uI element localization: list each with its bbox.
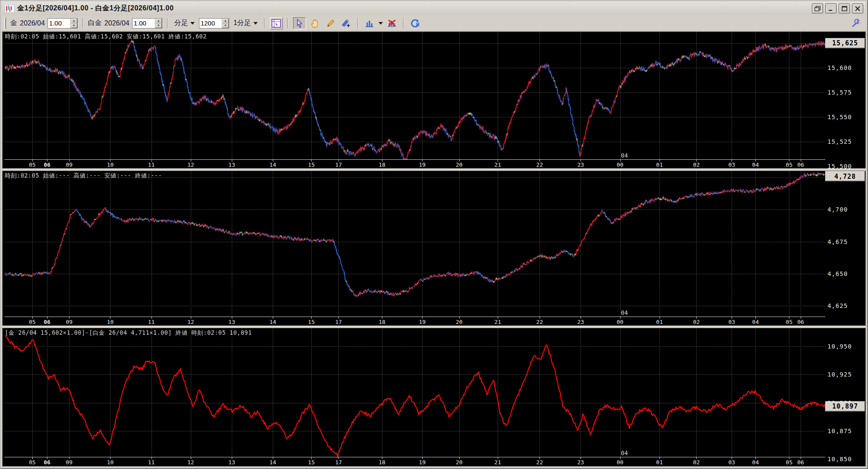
interval-dropdown[interactable]: 1分足 bbox=[232, 18, 259, 29]
platinum-multiplier-input[interactable] bbox=[133, 19, 155, 28]
marker-crosshair-icon bbox=[341, 19, 351, 28]
x-axis-label: 12 bbox=[187, 162, 194, 168]
platinum-label: 白金 bbox=[88, 19, 102, 28]
toolbar-grip[interactable] bbox=[4, 18, 6, 29]
platinum-chart-panel[interactable]: 時刻:02:05 始値:--- 高値:--- 安値:--- 終値:--- 050… bbox=[2, 171, 866, 326]
x-axis-label: 05 bbox=[786, 162, 793, 168]
x-axis-label: 02 bbox=[693, 162, 700, 168]
y-axis-label: 15,550 bbox=[827, 114, 852, 120]
spread-chart-canvas[interactable] bbox=[4, 328, 827, 457]
toolbar-separator bbox=[264, 18, 265, 29]
spread-price-axis: 10,95010,92510,90010,87510,85010,897 bbox=[825, 328, 865, 466]
platinum-price-axis: 4,7004,6754,6504,6254,728 bbox=[825, 171, 865, 326]
bar-count-spin-down-icon[interactable]: ▼ bbox=[222, 23, 229, 28]
x-axis-label: 10 bbox=[107, 319, 114, 325]
gold-multiplier-spin-down-icon[interactable]: ▼ bbox=[71, 23, 77, 28]
x-axis-label: 06 bbox=[797, 162, 804, 168]
x-axis-label: 22 bbox=[536, 459, 543, 466]
x-axis-label: 00 bbox=[617, 162, 624, 168]
x-axis-label: 10 bbox=[107, 162, 114, 168]
draw-line-tool-button[interactable] bbox=[324, 17, 337, 29]
maximize-icon bbox=[842, 6, 847, 11]
x-axis-label: 03 bbox=[728, 459, 735, 466]
platinum-chart-canvas[interactable] bbox=[4, 171, 827, 317]
x-axis-label: 21 bbox=[494, 319, 501, 325]
settings-button[interactable] bbox=[849, 17, 862, 29]
gold-chart-canvas[interactable] bbox=[4, 32, 827, 159]
y-axis-label: 4,675 bbox=[827, 238, 848, 245]
x-axis-label: 19 bbox=[419, 459, 426, 466]
chart-select-mode-button[interactable] bbox=[270, 17, 283, 29]
x-axis-label: 01 bbox=[656, 459, 663, 466]
cursor-tool-button[interactable] bbox=[293, 17, 306, 29]
platinum-time-axis: 0506091011121314151718192021222300010203… bbox=[4, 317, 827, 326]
refresh-button[interactable]: R bbox=[409, 17, 422, 29]
x-axis-label: 12 bbox=[187, 319, 194, 325]
gold-chart-panel[interactable]: 時刻:02:05 始値:15,601 高値:15,602 安値:15,601 終… bbox=[2, 32, 866, 169]
minimize-icon bbox=[828, 6, 833, 11]
x-axis-label: 06 bbox=[44, 319, 51, 325]
bar-chart-delete-icon bbox=[387, 19, 397, 28]
pan-tool-button[interactable] bbox=[309, 17, 322, 29]
x-axis-label: 04 bbox=[752, 162, 759, 168]
x-axis-label: 09 bbox=[66, 162, 73, 168]
x-axis-label: 17 bbox=[335, 319, 342, 325]
y-axis-label: 4,700 bbox=[827, 206, 848, 213]
x-axis-label: 10 bbox=[107, 459, 114, 466]
x-axis-label: 05 bbox=[29, 459, 36, 466]
remove-chart-button[interactable] bbox=[385, 17, 398, 29]
close-button[interactable] bbox=[852, 3, 863, 13]
chart-select-icon bbox=[271, 19, 281, 28]
bar-chart-icon bbox=[365, 19, 374, 28]
x-axis-label: 21 bbox=[494, 459, 501, 466]
x-axis-label: 00 bbox=[617, 459, 624, 466]
x-axis-label: 12 bbox=[187, 459, 194, 466]
y-axis-label: 10,950 bbox=[827, 343, 852, 350]
x-axis-label: 05 bbox=[29, 319, 36, 325]
bar-type-dropdown[interactable]: 分足 bbox=[173, 18, 196, 29]
x-axis-label: 15 bbox=[308, 162, 315, 168]
bar-type-label: 分足 bbox=[174, 19, 188, 28]
gold-label: 金 bbox=[10, 19, 17, 28]
gold-multiplier-spinbox: ▲ ▼ bbox=[47, 18, 78, 29]
window-title: 金1分足[2026/04]1.00 - 白金1分足[2026/04]1.00 bbox=[17, 4, 174, 13]
minimize-button[interactable] bbox=[825, 3, 836, 13]
spread-chart-panel[interactable]: [金 26/04 15,602×1.00]-[白金 26/04 4,711×1.… bbox=[2, 328, 866, 467]
chart-style-chevron-down-icon[interactable] bbox=[379, 22, 383, 25]
platinum-contract-month: 2026/04 bbox=[104, 19, 129, 27]
refresh-icon: R bbox=[410, 19, 420, 28]
x-axis-label: 22 bbox=[536, 319, 543, 325]
date-change-marker: 04 bbox=[621, 450, 628, 456]
y-axis-label: 15,525 bbox=[827, 138, 852, 145]
x-axis-label: 06 bbox=[44, 162, 51, 168]
chart-style-button[interactable] bbox=[363, 17, 376, 29]
bar-count-input[interactable] bbox=[199, 19, 222, 28]
platinum-multiplier-spin-down-icon[interactable]: ▼ bbox=[155, 23, 162, 28]
x-axis-label: 21 bbox=[494, 162, 501, 168]
maximize-button[interactable] bbox=[839, 3, 850, 13]
x-axis-label: 14 bbox=[269, 459, 276, 466]
x-axis-label: 13 bbox=[228, 459, 235, 466]
title-bar[interactable]: 金1分足[2026/04]1.00 - 白金1分足[2026/04]1.00 bbox=[2, 2, 866, 15]
x-axis-label: 03 bbox=[728, 162, 735, 168]
gold-multiplier-spin-up-icon[interactable]: ▲ bbox=[71, 19, 77, 23]
y-axis-label: 10,850 bbox=[827, 456, 852, 463]
marker-tool-button[interactable] bbox=[340, 17, 353, 29]
x-axis-label: 19 bbox=[419, 162, 426, 168]
x-axis-label: 11 bbox=[148, 319, 155, 325]
x-axis-label: 01 bbox=[656, 162, 663, 168]
y-axis-label: 15,600 bbox=[827, 64, 852, 71]
x-axis-label: 02 bbox=[693, 459, 700, 466]
x-axis-label: 00 bbox=[617, 319, 624, 325]
x-axis-label: 01 bbox=[656, 319, 663, 325]
gold-multiplier-input[interactable] bbox=[48, 19, 70, 28]
platinum-multiplier-spin-up-icon[interactable]: ▲ bbox=[155, 19, 162, 23]
x-axis-label: 04 bbox=[752, 459, 759, 466]
x-axis-label: 09 bbox=[66, 459, 73, 466]
x-axis-label: 09 bbox=[66, 319, 73, 325]
bar-count-spin-up-icon[interactable]: ▲ bbox=[222, 19, 229, 23]
x-axis-label: 05 bbox=[786, 459, 793, 466]
y-axis-label: 10,875 bbox=[827, 428, 852, 434]
x-axis-label: 06 bbox=[797, 319, 804, 325]
restore-windows-button[interactable] bbox=[812, 3, 823, 13]
